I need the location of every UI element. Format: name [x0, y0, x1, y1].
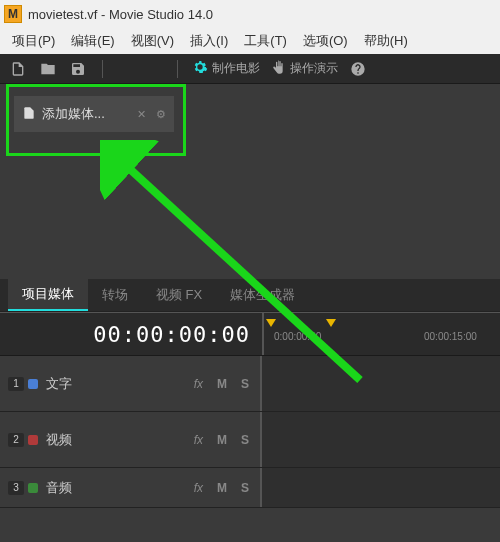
track-mute-button[interactable]: M: [217, 481, 227, 495]
make-movie-label: 制作电影: [212, 60, 260, 77]
window-title: movietest.vf - Movie Studio 14.0: [28, 7, 213, 22]
ruler-tick: 00:00:15:00: [424, 331, 477, 342]
track-fx-button[interactable]: fx: [194, 433, 203, 447]
menu-edit[interactable]: 编辑(E): [63, 30, 122, 52]
track-fx-button[interactable]: fx: [194, 481, 203, 495]
app-logo: M: [4, 5, 22, 23]
media-tabs: 项目媒体 转场 视频 FX 媒体生成器: [0, 279, 500, 311]
track-name[interactable]: 视频: [46, 431, 183, 449]
title-bar: M movietest.vf - Movie Studio 14.0: [0, 0, 500, 28]
tab-media-generators[interactable]: 媒体生成器: [216, 280, 309, 310]
track-lane[interactable]: [262, 468, 500, 507]
track-row: 1 文字 fx M S: [0, 356, 500, 412]
track-number-badge: 1: [8, 377, 38, 391]
ruler-tick: 0:00:00:00: [274, 331, 321, 342]
add-media-button[interactable]: 添加媒体... ✕ ⚙: [14, 96, 174, 132]
add-media-label: 添加媒体...: [42, 105, 105, 123]
tab-transitions[interactable]: 转场: [88, 280, 142, 310]
separator: [177, 60, 178, 78]
timecode-area: 00:00:00:00: [0, 313, 262, 355]
menu-insert[interactable]: 插入(I): [182, 30, 236, 52]
timeline-ruler[interactable]: 0:00:00:00 00:00:15:00: [262, 313, 500, 355]
track-color-icon: [28, 483, 38, 493]
track-row: 3 音频 fx M S: [0, 468, 500, 508]
tab-video-fx[interactable]: 视频 FX: [142, 280, 216, 310]
hand-icon: [270, 59, 286, 78]
tab-project-media[interactable]: 项目媒体: [8, 279, 88, 311]
menu-view[interactable]: 视图(V): [123, 30, 182, 52]
demo-label: 操作演示: [290, 60, 338, 77]
new-file-icon[interactable]: [8, 59, 28, 79]
menu-help[interactable]: 帮助(H): [356, 30, 416, 52]
track-header[interactable]: 1 文字 fx M S: [0, 356, 262, 411]
document-icon: [22, 106, 36, 123]
track-color-icon: [28, 379, 38, 389]
help-icon[interactable]: [348, 59, 368, 79]
track-name[interactable]: 文字: [46, 375, 183, 393]
track-row: 2 视频 fx M S: [0, 412, 500, 468]
menu-tools[interactable]: 工具(T): [236, 30, 295, 52]
track-mute-button[interactable]: M: [217, 433, 227, 447]
track-name[interactable]: 音频: [46, 479, 183, 497]
track-lane[interactable]: [262, 356, 500, 411]
region-marker-icon[interactable]: [326, 319, 336, 327]
track-lane[interactable]: [262, 412, 500, 467]
separator: [102, 60, 103, 78]
toolbar: 制作电影 操作演示: [0, 54, 500, 84]
save-icon[interactable]: [68, 59, 88, 79]
track-solo-button[interactable]: S: [241, 433, 249, 447]
demo-button[interactable]: 操作演示: [270, 59, 338, 78]
track-color-icon: [28, 435, 38, 445]
menu-project[interactable]: 项目(P): [4, 30, 63, 52]
track-header[interactable]: 3 音频 fx M S: [0, 468, 262, 507]
menu-bar: 项目(P) 编辑(E) 视图(V) 插入(I) 工具(T) 选项(O) 帮助(H…: [0, 28, 500, 54]
timeline-header: 00:00:00:00 0:00:00:00 00:00:15:00: [0, 312, 500, 356]
menu-options[interactable]: 选项(O): [295, 30, 356, 52]
track-number-badge: 3: [8, 481, 38, 495]
media-panel: 添加媒体... ✕ ⚙ 项目媒体 转场 视频 FX 媒体生成器: [0, 84, 500, 312]
track-solo-button[interactable]: S: [241, 481, 249, 495]
timecode-display[interactable]: 00:00:00:00: [93, 322, 250, 347]
track-mute-button[interactable]: M: [217, 377, 227, 391]
playhead-marker-icon[interactable]: [266, 319, 276, 327]
make-movie-button[interactable]: 制作电影: [192, 59, 260, 78]
gear-icon[interactable]: ⚙: [156, 108, 166, 121]
track-fx-button[interactable]: fx: [194, 377, 203, 391]
track-header[interactable]: 2 视频 fx M S: [0, 412, 262, 467]
track-number-badge: 2: [8, 433, 38, 447]
close-icon[interactable]: ✕: [137, 108, 146, 121]
track-solo-button[interactable]: S: [241, 377, 249, 391]
gear-icon: [192, 59, 208, 78]
open-folder-icon[interactable]: [38, 59, 58, 79]
